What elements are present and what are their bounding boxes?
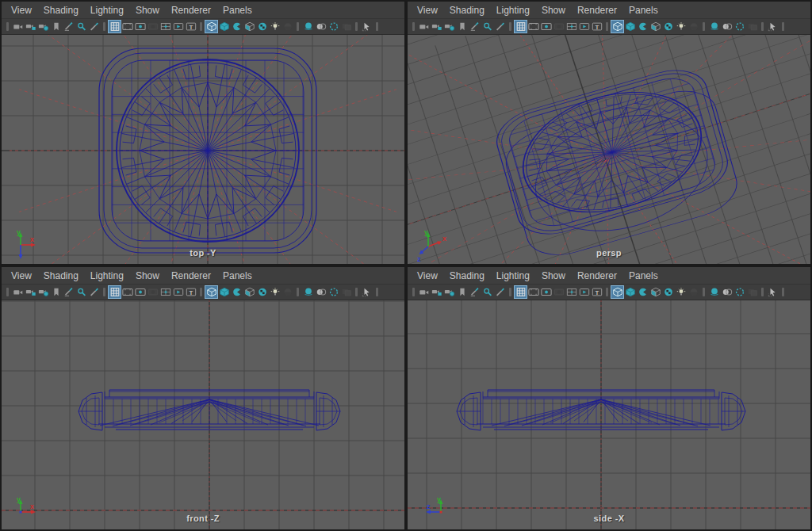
camera-lock-icon[interactable] (25, 21, 36, 32)
resolution-gate-icon[interactable] (540, 286, 552, 298)
depth-of-field-icon[interactable] (746, 21, 758, 32)
grid-icon[interactable] (109, 21, 121, 32)
textured-icon[interactable] (256, 21, 268, 32)
persp-view-scene[interactable] (408, 35, 810, 264)
use-default-material-icon[interactable] (243, 286, 255, 298)
field-chart-icon[interactable] (159, 21, 171, 32)
smooth-shaded-icon[interactable] (624, 286, 636, 298)
camera-icon[interactable] (418, 286, 430, 298)
motion-blur-icon[interactable] (315, 286, 327, 298)
gate-mask-icon[interactable] (553, 286, 565, 298)
lights-icon[interactable] (269, 21, 281, 32)
resolution-gate-icon[interactable] (134, 21, 146, 32)
safe-title-icon[interactable]: T (591, 286, 603, 298)
menu-panels[interactable]: Panels (223, 5, 252, 16)
resolution-gate-icon[interactable] (134, 286, 146, 298)
menu-show[interactable]: Show (542, 5, 565, 16)
use-default-material-icon[interactable] (243, 21, 255, 32)
top-view-scene[interactable] (2, 35, 404, 264)
menu-show[interactable]: Show (136, 5, 159, 16)
multisample-icon[interactable] (733, 21, 745, 32)
occlusion-icon[interactable] (302, 286, 314, 298)
shadows-icon[interactable] (688, 21, 699, 32)
multisample-icon[interactable] (733, 286, 745, 298)
textured-icon[interactable] (662, 286, 674, 298)
camera-attributes-icon[interactable] (443, 286, 455, 298)
safe-action-icon[interactable] (578, 21, 590, 32)
camera-icon[interactable] (418, 21, 430, 32)
menu-panels[interactable]: Panels (629, 270, 658, 281)
camera-icon[interactable] (12, 286, 24, 298)
safe-action-icon[interactable] (578, 286, 590, 298)
menu-lighting[interactable]: Lighting (496, 270, 530, 281)
safe-title-icon[interactable]: T (591, 21, 603, 32)
field-chart-icon[interactable] (565, 21, 577, 32)
lights-icon[interactable] (675, 21, 687, 32)
shadows-icon[interactable] (282, 21, 293, 32)
menu-shading[interactable]: Shading (44, 5, 79, 16)
top-view-canvas[interactable]: y x top -Y (2, 35, 404, 264)
bookmark-icon[interactable] (50, 21, 62, 32)
grid-icon[interactable] (109, 286, 121, 298)
menu-lighting[interactable]: Lighting (90, 5, 124, 16)
grid-icon[interactable] (515, 286, 527, 298)
use-default-material-icon[interactable] (649, 21, 661, 32)
isolate-select-icon[interactable] (767, 21, 779, 32)
menu-view[interactable]: View (417, 5, 438, 16)
multisample-icon[interactable] (327, 286, 339, 298)
front-view-canvas[interactable]: y x front -Z (2, 300, 404, 529)
grease-pencil-icon[interactable] (88, 286, 100, 298)
textured-icon[interactable] (256, 286, 268, 298)
side-view-canvas[interactable]: y z side -X (408, 300, 810, 529)
menu-show[interactable]: Show (542, 270, 565, 281)
menu-view[interactable]: View (417, 270, 438, 281)
wireframe-icon[interactable] (611, 286, 623, 298)
resolution-gate-icon[interactable] (540, 21, 552, 32)
persp-view-canvas[interactable]: y x z persp (408, 35, 810, 264)
occlusion-icon[interactable] (708, 21, 720, 32)
occlusion-icon[interactable] (708, 286, 720, 298)
safe-title-icon[interactable]: T (185, 286, 197, 298)
multisample-icon[interactable] (327, 21, 339, 32)
isolate-select-icon[interactable] (361, 21, 373, 32)
menu-shading[interactable]: Shading (450, 5, 485, 16)
image-plane-icon[interactable] (63, 286, 75, 298)
pan-zoom-icon[interactable] (481, 21, 493, 32)
film-gate-icon[interactable] (527, 21, 539, 32)
shadows-icon[interactable] (282, 286, 293, 298)
bookmark-icon[interactable] (50, 286, 62, 298)
front-view-scene[interactable] (2, 300, 404, 529)
camera-lock-icon[interactable] (431, 286, 442, 298)
camera-attributes-icon[interactable] (37, 21, 49, 32)
flat-shaded-icon[interactable] (231, 286, 243, 298)
menu-renderer[interactable]: Renderer (171, 5, 211, 16)
pan-zoom-icon[interactable] (481, 286, 493, 298)
grease-pencil-icon[interactable] (494, 21, 506, 32)
menu-shading[interactable]: Shading (450, 270, 485, 281)
field-chart-icon[interactable] (159, 286, 171, 298)
gate-mask-icon[interactable] (553, 21, 565, 32)
image-plane-icon[interactable] (469, 21, 481, 32)
film-gate-icon[interactable] (121, 286, 133, 298)
textured-icon[interactable] (662, 21, 674, 32)
field-chart-icon[interactable] (565, 286, 577, 298)
depth-of-field-icon[interactable] (746, 286, 758, 298)
bookmark-icon[interactable] (456, 286, 468, 298)
safe-action-icon[interactable] (172, 21, 184, 32)
side-view-scene[interactable] (408, 300, 810, 529)
smooth-shaded-icon[interactable] (218, 21, 230, 32)
smooth-shaded-icon[interactable] (218, 286, 230, 298)
gate-mask-icon[interactable] (147, 21, 159, 32)
menu-renderer[interactable]: Renderer (577, 270, 617, 281)
pan-zoom-icon[interactable] (75, 21, 87, 32)
camera-lock-icon[interactable] (25, 286, 36, 298)
smooth-shaded-icon[interactable] (624, 21, 636, 32)
pan-zoom-icon[interactable] (75, 286, 87, 298)
use-default-material-icon[interactable] (649, 286, 661, 298)
menu-view[interactable]: View (11, 270, 32, 281)
bookmark-icon[interactable] (456, 21, 468, 32)
menu-view[interactable]: View (11, 5, 32, 16)
grease-pencil-icon[interactable] (494, 286, 506, 298)
lights-icon[interactable] (269, 286, 281, 298)
gate-mask-icon[interactable] (147, 286, 159, 298)
